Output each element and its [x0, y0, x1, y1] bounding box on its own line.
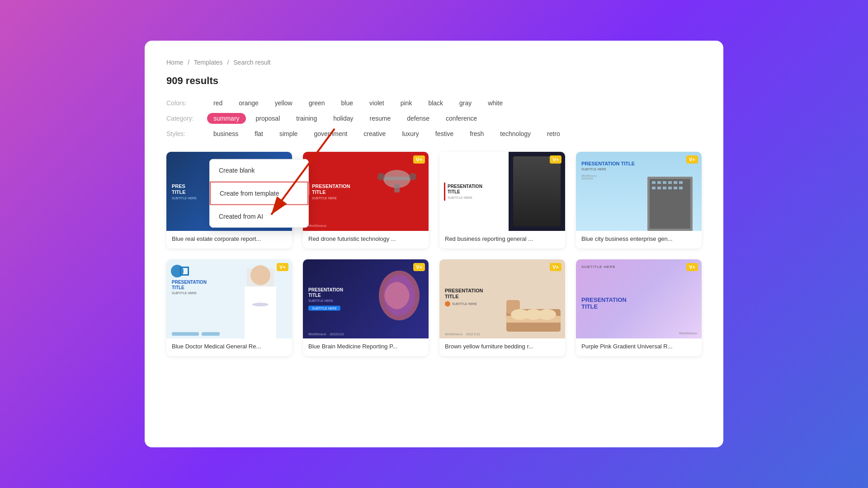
- svg-rect-10: [668, 181, 672, 184]
- tag-luxury[interactable]: luxury: [396, 128, 425, 139]
- svg-rect-16: [668, 187, 672, 189]
- card-title-blue-corp: Blue real estate corporate report...: [166, 231, 292, 249]
- colors-label: Colors:: [166, 99, 203, 107]
- tag-holiday[interactable]: holiday: [327, 113, 359, 124]
- card-thumb-blue-city: PRESENTATION TITLE SUBTITLE HERE MindSho…: [576, 152, 702, 231]
- results-count: 909 results: [166, 75, 702, 87]
- vplus-badge-purple: V+: [686, 263, 698, 271]
- svg-rect-12: [679, 181, 683, 184]
- filters-section: Colors: red orange yellow green blue vio…: [166, 98, 702, 139]
- tag-technology[interactable]: technology: [494, 128, 537, 139]
- create-popup-menu: Create blank Create from template Create…: [209, 159, 309, 228]
- category-label: Category:: [166, 115, 203, 122]
- card-red-business[interactable]: PRESENTATIONTITLE SUBTITLE HERE V+ Red b…: [439, 152, 565, 249]
- vplus-badge-bluecity: V+: [686, 155, 698, 164]
- breadcrumb: Home / Templates / Search result: [166, 59, 702, 66]
- tag-conference[interactable]: conference: [439, 113, 483, 124]
- card-title-blue-city: Blue city business enterprise gen...: [576, 231, 702, 249]
- svg-point-22: [252, 303, 269, 306]
- card-thumb-brown-furniture: PRESENTATIONTITLE SUBTITLE HERE: [439, 259, 565, 338]
- card-title-red-business: Red business reporting general ...: [439, 231, 565, 249]
- svg-rect-15: [663, 187, 666, 189]
- colors-tags: red orange yellow green blue violet pink…: [207, 98, 509, 108]
- tag-proposal[interactable]: proposal: [250, 113, 287, 124]
- tag-blue[interactable]: blue: [335, 98, 359, 108]
- svg-rect-9: [663, 181, 666, 184]
- card-purple-gradient[interactable]: SUBTITLE HERE PRESENTATIONTITLE MindShow…: [576, 259, 702, 356]
- svg-rect-17: [674, 187, 677, 189]
- tag-government[interactable]: government: [307, 128, 354, 139]
- card-title-blue-doctor: Blue Doctor Medical General Re...: [166, 338, 292, 356]
- category-filter-row: Category: summary proposal training holi…: [166, 113, 702, 124]
- tag-creative[interactable]: creative: [357, 128, 392, 139]
- card-thumb-blue-doctor: PRESENTATIONTITLE SUBTITLE HERE: [166, 259, 292, 338]
- svg-rect-18: [679, 187, 683, 189]
- tag-fresh[interactable]: fresh: [463, 128, 490, 139]
- svg-rect-14: [657, 187, 661, 189]
- card-brown-furniture[interactable]: PRESENTATIONTITLE SUBTITLE HERE: [439, 259, 565, 356]
- svg-point-21: [250, 265, 270, 285]
- create-blank-button[interactable]: Create blank: [210, 160, 308, 181]
- svg-rect-20: [245, 286, 276, 338]
- tag-violet[interactable]: violet: [363, 98, 391, 108]
- vplus-badge-brain: V+: [413, 263, 425, 271]
- styles-tags: business flat simple government creative…: [207, 128, 566, 139]
- tag-flat[interactable]: flat: [248, 128, 269, 139]
- svg-rect-7: [652, 181, 656, 184]
- styles-label: Styles:: [166, 130, 203, 137]
- card-blue-brain[interactable]: PRESENTATIONTITLE SUBTITLE HERE SUBTITLE…: [303, 259, 429, 356]
- card-title-purple-gradient: Purple Pink Gradient Universal R...: [576, 338, 702, 356]
- vplus-badge-drone: V+: [413, 155, 425, 164]
- breadcrumb-templates[interactable]: Templates: [194, 59, 223, 66]
- breadcrumb-current: Search result: [233, 59, 270, 66]
- card-thumb-red-drone: PRESENTATIONTITLE SUBTITLE HERE V: [303, 152, 429, 231]
- card-title-brown-furniture: Brown yellow furniture bedding r...: [439, 338, 565, 356]
- card-thumb-purple-gradient: SUBTITLE HERE PRESENTATIONTITLE MindShow…: [576, 259, 702, 338]
- tag-training[interactable]: training: [290, 113, 323, 124]
- tag-retro[interactable]: retro: [541, 128, 566, 139]
- tag-black[interactable]: black: [422, 98, 449, 108]
- tag-resume[interactable]: resume: [363, 113, 397, 124]
- card-title-blue-brain: Blue Brain Medicine Reporting P...: [303, 338, 429, 356]
- tag-green[interactable]: green: [302, 98, 331, 108]
- tag-yellow[interactable]: yellow: [269, 98, 299, 108]
- svg-point-30: [538, 309, 556, 320]
- tag-red[interactable]: red: [207, 98, 229, 108]
- template-grid: PRESTITLE SUBTITLE HERE MindShow.io Crea…: [166, 152, 702, 356]
- tag-gray[interactable]: gray: [453, 98, 478, 108]
- card-thumb-blue-brain: PRESENTATIONTITLE SUBTITLE HERE SUBTITLE…: [303, 259, 429, 338]
- tag-orange[interactable]: orange: [232, 98, 265, 108]
- svg-rect-6: [650, 179, 690, 229]
- vplus-badge-redbiz: V+: [550, 155, 561, 164]
- styles-filter-row: Styles: business flat simple government …: [166, 128, 702, 139]
- card-title-red-drone: Red drone futuristic technology ...: [303, 231, 429, 249]
- tag-business[interactable]: business: [207, 128, 245, 139]
- card-red-drone[interactable]: PRESENTATIONTITLE SUBTITLE HERE V: [303, 152, 429, 249]
- tag-white[interactable]: white: [481, 98, 509, 108]
- colors-filter-row: Colors: red orange yellow green blue vio…: [166, 98, 702, 108]
- breadcrumb-home[interactable]: Home: [166, 59, 183, 66]
- svg-rect-13: [652, 187, 656, 189]
- svg-rect-11: [674, 181, 677, 184]
- svg-rect-8: [657, 181, 661, 184]
- svg-rect-1: [383, 177, 410, 180]
- create-from-template-button[interactable]: Create from template: [210, 182, 308, 205]
- card-blue-corp[interactable]: PRESTITLE SUBTITLE HERE MindShow.io Crea…: [166, 152, 292, 249]
- category-tags: summary proposal training holiday resume…: [207, 113, 483, 124]
- tag-simple[interactable]: simple: [273, 128, 304, 139]
- card-blue-city[interactable]: PRESENTATION TITLE SUBTITLE HERE MindSho…: [576, 152, 702, 249]
- card-blue-doctor[interactable]: PRESENTATIONTITLE SUBTITLE HERE: [166, 259, 292, 356]
- tag-summary[interactable]: summary: [207, 113, 246, 124]
- svg-rect-4: [394, 183, 400, 192]
- vplus-badge-furniture: V+: [550, 263, 561, 271]
- vplus-badge-doctor: V+: [277, 263, 288, 271]
- svg-point-3: [409, 173, 416, 180]
- created-from-ai-button[interactable]: Created from AI: [210, 206, 308, 227]
- main-panel: Home / Templates / Search result 909 res…: [145, 41, 723, 447]
- tag-defense[interactable]: defense: [401, 113, 436, 124]
- svg-point-2: [377, 173, 385, 180]
- tag-festive[interactable]: festive: [429, 128, 460, 139]
- card-thumb-red-business: PRESENTATIONTITLE SUBTITLE HERE V+: [439, 152, 565, 231]
- tag-pink[interactable]: pink: [394, 98, 419, 108]
